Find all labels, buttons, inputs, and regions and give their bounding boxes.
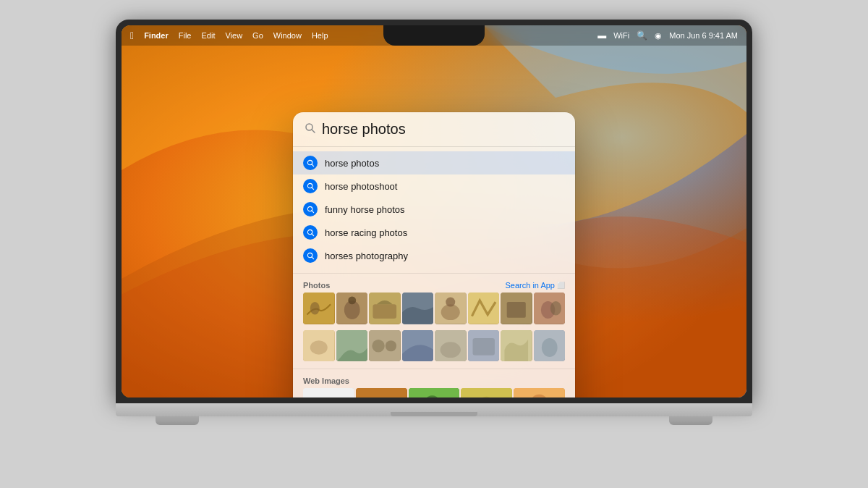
datetime-display: Mon Jun 6 9:41 AM [669, 31, 738, 40]
photos-section-header: Photos Search in App ⬜ [293, 275, 575, 293]
spotlight-suggestions: horse photos horse photoshoot funny hors… [293, 147, 575, 272]
svg-point-36 [386, 340, 396, 351]
photo-thumb-11[interactable] [369, 330, 401, 362]
svg-rect-49 [356, 388, 407, 397]
menubar-file[interactable]: File [179, 31, 192, 40]
notch [383, 25, 485, 46]
svg-point-15 [310, 302, 320, 314]
menubar-edit[interactable]: Edit [201, 31, 215, 40]
photos-section-title: Photos [303, 281, 330, 290]
web-photo-2[interactable] [356, 388, 407, 397]
svg-rect-53 [461, 388, 512, 397]
siri-icon[interactable]: ◉ [655, 31, 662, 41]
search-in-app-link[interactable]: Search in App ⬜ [506, 281, 566, 290]
photo-thumb-12[interactable] [402, 330, 434, 362]
web-photos-grid [293, 388, 575, 397]
wifi-icon: WiFi [613, 31, 629, 40]
apple-menu[interactable]:  [130, 30, 134, 41]
svg-point-18 [348, 296, 356, 304]
suggestion-1[interactable]: horse photos [293, 151, 575, 174]
web-photo-3[interactable] [409, 388, 460, 397]
suggestion-4-icon [303, 225, 318, 240]
menubar-view[interactable]: View [225, 31, 242, 40]
svg-rect-45 [303, 388, 354, 397]
photo-thumb-13[interactable] [435, 330, 467, 362]
photo-thumb-3[interactable] [369, 293, 401, 324]
svg-point-30 [550, 301, 561, 316]
macbook-screen:  Finder File Edit View Go Window Help ▬… [122, 25, 746, 397]
svg-line-9 [311, 210, 313, 212]
macbook-bottom-bar [116, 403, 752, 416]
suggestion-1-icon [303, 156, 318, 170]
svg-point-24 [446, 298, 455, 307]
battery-icon: ▬ [597, 30, 606, 41]
spotlight-search-bar[interactable]: horse photos [293, 112, 575, 147]
svg-rect-27 [507, 302, 526, 318]
svg-point-32 [310, 340, 328, 355]
svg-line-7 [311, 187, 313, 189]
photos-grid-row2 [293, 330, 575, 368]
external-link-icon: ⬜ [557, 282, 565, 289]
photo-thumb-5[interactable] [435, 293, 467, 324]
photo-thumb-9[interactable] [303, 330, 335, 362]
macbook-feet [127, 416, 741, 425]
suggestion-3[interactable]: funny horse photos [293, 198, 575, 221]
photo-thumb-16[interactable] [534, 330, 566, 362]
web-photo-4[interactable] [461, 388, 512, 397]
menubar-go[interactable]: Go [252, 31, 263, 40]
svg-point-39 [441, 342, 461, 358]
svg-line-13 [311, 256, 313, 258]
suggestion-2-icon [303, 179, 318, 193]
suggestion-2[interactable]: horse photoshoot [293, 174, 575, 198]
photo-thumb-15[interactable] [501, 330, 532, 362]
svg-point-35 [372, 340, 384, 352]
photo-thumb-1[interactable] [303, 293, 335, 324]
suggestion-3-icon [303, 202, 318, 216]
photo-thumb-10[interactable] [336, 330, 368, 362]
web-photo-5[interactable] [514, 388, 565, 397]
web-photo-1[interactable] [303, 388, 354, 397]
spotlight-search-icon [305, 122, 316, 137]
macbook-foot-right [669, 416, 712, 425]
photos-grid-row1 [293, 293, 575, 330]
section-divider-2 [293, 369, 575, 369]
menubar-help[interactable]: Help [312, 31, 328, 40]
svg-line-5 [311, 164, 313, 166]
svg-point-23 [441, 304, 460, 320]
search-in-app-text: Search in App [506, 281, 556, 290]
menubar-right: ▬ WiFi 🔍 ◉ Mon Jun 6 9:41 AM [597, 30, 738, 41]
photo-thumb-7[interactable] [501, 293, 532, 324]
photo-thumb-14[interactable] [468, 330, 500, 362]
search-menubar-icon[interactable]: 🔍 [637, 30, 647, 41]
svg-rect-41 [472, 337, 494, 355]
suggestion-5-text: horses photography [325, 251, 408, 261]
spotlight-query-text[interactable]: horse photos [322, 121, 563, 138]
web-images-section-header: Web Images [293, 371, 575, 388]
suggestion-3-text: funny horse photos [325, 204, 405, 215]
suggestion-5[interactable]: horses photography [293, 244, 575, 267]
svg-line-3 [312, 130, 315, 132]
photo-thumb-6[interactable] [468, 293, 500, 324]
suggestion-4[interactable]: horse racing photos [293, 221, 575, 244]
photo-thumb-2[interactable] [336, 293, 368, 324]
macbook-lid:  Finder File Edit View Go Window Help ▬… [116, 20, 752, 403]
macbook-foot-left [156, 416, 199, 425]
suggestion-5-icon [303, 248, 318, 263]
macbook:  Finder File Edit View Go Window Help ▬… [80, 20, 788, 468]
suggestion-2-text: horse photoshoot [325, 181, 397, 192]
photo-thumb-4[interactable] [402, 293, 434, 324]
section-divider-1 [293, 273, 575, 274]
menubar-finder[interactable]: Finder [144, 31, 169, 40]
web-images-section-title: Web Images [303, 376, 349, 385]
svg-point-44 [541, 337, 557, 356]
suggestion-4-text: horse racing photos [325, 227, 407, 238]
svg-line-11 [311, 233, 313, 235]
suggestion-1-text: horse photos [325, 158, 379, 169]
spotlight-window: horse photos horse photos horse [293, 112, 575, 397]
menubar-left:  Finder File Edit View Go Window Help [130, 30, 328, 41]
photo-thumb-8[interactable] [534, 293, 566, 324]
svg-rect-20 [373, 304, 396, 319]
menubar-window[interactable]: Window [273, 31, 302, 40]
